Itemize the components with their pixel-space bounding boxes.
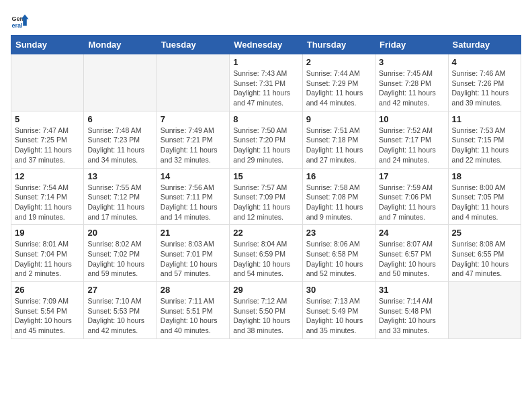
calendar-cell: 8Sunrise: 7:50 AMSunset: 7:20 PMDaylight… (230, 111, 302, 168)
calendar-cell: 15Sunrise: 7:57 AMSunset: 7:09 PMDayligh… (230, 168, 302, 225)
calendar-cell: 10Sunrise: 7:52 AMSunset: 7:17 PMDayligh… (375, 111, 448, 168)
day-number: 17 (379, 171, 444, 181)
day-number: 5 (15, 114, 80, 124)
calendar-cell: 5Sunrise: 7:47 AMSunset: 7:25 PMDaylight… (11, 111, 84, 168)
weekday-header-friday: Friday (375, 36, 448, 54)
calendar-cell: 19Sunrise: 8:01 AMSunset: 7:04 PMDayligh… (11, 225, 84, 282)
calendar-table: SundayMondayTuesdayWednesdayThursdayFrid… (11, 35, 521, 339)
calendar-cell: 31Sunrise: 7:14 AMSunset: 5:48 PMDayligh… (375, 282, 448, 339)
day-info: Sunrise: 8:01 AMSunset: 7:04 PMDaylight:… (15, 239, 80, 279)
calendar-cell: 11Sunrise: 7:53 AMSunset: 7:15 PMDayligh… (448, 111, 521, 168)
day-info: Sunrise: 7:14 AMSunset: 5:48 PMDaylight:… (379, 296, 444, 336)
day-info: Sunrise: 7:59 AMSunset: 7:06 PMDaylight:… (379, 183, 444, 222)
calendar-week-4: 19Sunrise: 8:01 AMSunset: 7:04 PMDayligh… (11, 225, 521, 282)
day-info: Sunrise: 7:46 AMSunset: 7:26 PMDaylight:… (452, 68, 517, 108)
day-info: Sunrise: 8:02 AMSunset: 7:02 PMDaylight:… (87, 239, 152, 279)
day-info: Sunrise: 8:08 AMSunset: 6:55 PMDaylight:… (452, 239, 517, 279)
calendar-cell: 30Sunrise: 7:13 AMSunset: 5:49 PMDayligh… (302, 282, 375, 339)
calendar-cell: 2Sunrise: 7:44 AMSunset: 7:29 PMDaylight… (302, 54, 375, 111)
day-number: 8 (233, 114, 298, 124)
calendar-cell (84, 54, 157, 111)
weekday-header-thursday: Thursday (302, 36, 375, 54)
day-number: 25 (452, 228, 517, 238)
day-info: Sunrise: 7:09 AMSunset: 5:54 PMDaylight:… (15, 296, 80, 336)
calendar-week-3: 12Sunrise: 7:54 AMSunset: 7:14 PMDayligh… (11, 168, 521, 225)
calendar-cell: 29Sunrise: 7:12 AMSunset: 5:50 PMDayligh… (230, 282, 302, 339)
day-info: Sunrise: 7:45 AMSunset: 7:28 PMDaylight:… (379, 68, 444, 108)
weekday-header-tuesday: Tuesday (157, 36, 229, 54)
weekday-header-sunday: Sunday (11, 36, 84, 54)
day-info: Sunrise: 7:43 AMSunset: 7:31 PMDaylight:… (233, 68, 298, 108)
day-info: Sunrise: 7:44 AMSunset: 7:29 PMDaylight:… (306, 68, 371, 108)
calendar-week-2: 5Sunrise: 7:47 AMSunset: 7:25 PMDaylight… (11, 111, 521, 168)
day-number: 1 (233, 57, 298, 67)
day-info: Sunrise: 7:48 AMSunset: 7:23 PMDaylight:… (87, 126, 152, 165)
day-info: Sunrise: 7:47 AMSunset: 7:25 PMDaylight:… (15, 126, 80, 165)
day-number: 12 (15, 171, 80, 181)
day-info: Sunrise: 7:58 AMSunset: 7:08 PMDaylight:… (306, 183, 371, 222)
day-number: 31 (379, 285, 444, 295)
calendar-cell: 27Sunrise: 7:10 AMSunset: 5:53 PMDayligh… (84, 282, 157, 339)
calendar-cell: 20Sunrise: 8:02 AMSunset: 7:02 PMDayligh… (84, 225, 157, 282)
day-number: 29 (233, 285, 298, 295)
calendar-cell: 28Sunrise: 7:11 AMSunset: 5:51 PMDayligh… (157, 282, 229, 339)
day-info: Sunrise: 7:49 AMSunset: 7:21 PMDaylight:… (161, 126, 226, 165)
day-number: 4 (452, 57, 517, 67)
day-info: Sunrise: 8:00 AMSunset: 7:05 PMDaylight:… (452, 183, 517, 222)
day-number: 14 (161, 171, 226, 181)
weekday-header-saturday: Saturday (448, 36, 521, 54)
day-number: 23 (306, 228, 371, 238)
day-info: Sunrise: 8:04 AMSunset: 6:59 PMDaylight:… (233, 239, 298, 279)
day-number: 2 (306, 57, 371, 67)
calendar-cell: 18Sunrise: 8:00 AMSunset: 7:05 PMDayligh… (448, 168, 521, 225)
calendar-cell: 4Sunrise: 7:46 AMSunset: 7:26 PMDaylight… (448, 54, 521, 111)
calendar-cell: 3Sunrise: 7:45 AMSunset: 7:28 PMDaylight… (375, 54, 448, 111)
day-number: 19 (15, 228, 80, 238)
day-number: 7 (161, 114, 226, 124)
day-number: 13 (87, 171, 152, 181)
calendar-cell: 21Sunrise: 8:03 AMSunset: 7:01 PMDayligh… (157, 225, 229, 282)
day-number: 10 (379, 114, 444, 124)
weekday-header-wednesday: Wednesday (230, 36, 302, 54)
calendar-week-1: 1Sunrise: 7:43 AMSunset: 7:31 PMDaylight… (11, 54, 521, 111)
day-info: Sunrise: 8:07 AMSunset: 6:57 PMDaylight:… (379, 239, 444, 279)
calendar-cell: 16Sunrise: 7:58 AMSunset: 7:08 PMDayligh… (302, 168, 375, 225)
svg-text:eral: eral (11, 22, 22, 29)
calendar-cell: 22Sunrise: 8:04 AMSunset: 6:59 PMDayligh… (230, 225, 302, 282)
day-info: Sunrise: 7:10 AMSunset: 5:53 PMDaylight:… (87, 296, 152, 336)
calendar-cell: 26Sunrise: 7:09 AMSunset: 5:54 PMDayligh… (11, 282, 84, 339)
calendar-cell (157, 54, 229, 111)
day-number: 9 (306, 114, 371, 124)
day-info: Sunrise: 7:53 AMSunset: 7:15 PMDaylight:… (452, 126, 517, 165)
calendar-cell: 1Sunrise: 7:43 AMSunset: 7:31 PMDaylight… (230, 54, 302, 111)
day-number: 27 (87, 285, 152, 295)
day-number: 30 (306, 285, 371, 295)
day-info: Sunrise: 8:03 AMSunset: 7:01 PMDaylight:… (161, 239, 226, 279)
day-number: 18 (452, 171, 517, 181)
calendar-cell: 14Sunrise: 7:56 AMSunset: 7:11 PMDayligh… (157, 168, 229, 225)
calendar-cell: 17Sunrise: 7:59 AMSunset: 7:06 PMDayligh… (375, 168, 448, 225)
day-info: Sunrise: 7:56 AMSunset: 7:11 PMDaylight:… (161, 183, 226, 222)
day-info: Sunrise: 7:13 AMSunset: 5:49 PMDaylight:… (306, 296, 371, 336)
day-info: Sunrise: 7:51 AMSunset: 7:18 PMDaylight:… (306, 126, 371, 165)
calendar-week-5: 26Sunrise: 7:09 AMSunset: 5:54 PMDayligh… (11, 282, 521, 339)
day-number: 22 (233, 228, 298, 238)
calendar-cell: 6Sunrise: 7:48 AMSunset: 7:23 PMDaylight… (84, 111, 157, 168)
day-info: Sunrise: 7:55 AMSunset: 7:12 PMDaylight:… (87, 183, 152, 222)
day-number: 3 (379, 57, 444, 67)
day-number: 24 (379, 228, 444, 238)
day-number: 6 (87, 114, 152, 124)
calendar-cell: 7Sunrise: 7:49 AMSunset: 7:21 PMDaylight… (157, 111, 229, 168)
calendar-cell: 9Sunrise: 7:51 AMSunset: 7:18 PMDaylight… (302, 111, 375, 168)
day-number: 26 (15, 285, 80, 295)
day-info: Sunrise: 7:12 AMSunset: 5:50 PMDaylight:… (233, 296, 298, 336)
day-info: Sunrise: 7:50 AMSunset: 7:20 PMDaylight:… (233, 126, 298, 165)
calendar-cell: 13Sunrise: 7:55 AMSunset: 7:12 PMDayligh… (84, 168, 157, 225)
day-number: 11 (452, 114, 517, 124)
logo-icon: Gen eral (11, 11, 30, 30)
calendar-cell: 25Sunrise: 8:08 AMSunset: 6:55 PMDayligh… (448, 225, 521, 282)
calendar-cell (11, 54, 84, 111)
page-header: Gen eral (11, 11, 521, 30)
day-number: 20 (87, 228, 152, 238)
day-number: 16 (306, 171, 371, 181)
